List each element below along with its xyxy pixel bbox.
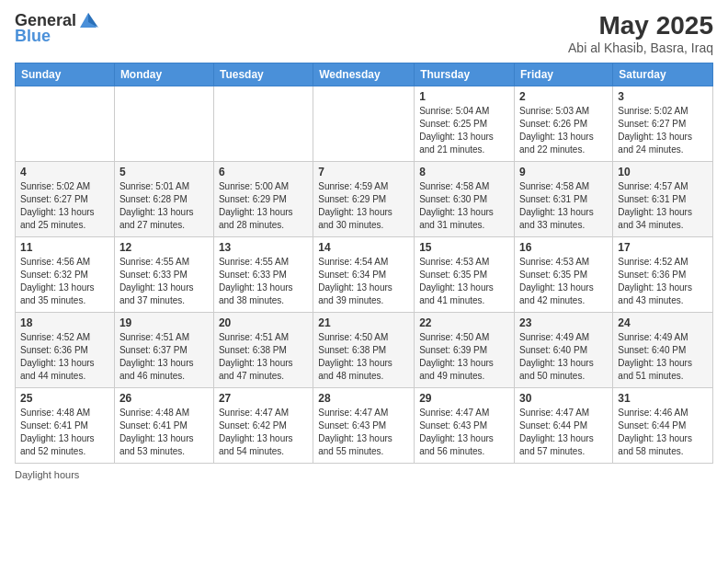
day-number: 29 bbox=[419, 392, 509, 405]
day-cell: 10Sunrise: 4:57 AM Sunset: 6:31 PM Dayli… bbox=[613, 162, 713, 237]
day-number: 20 bbox=[219, 316, 308, 329]
week-row-1: 1Sunrise: 5:04 AM Sunset: 6:25 PM Daylig… bbox=[16, 86, 713, 162]
day-info: Sunrise: 4:51 AM Sunset: 6:38 PM Dayligh… bbox=[219, 331, 308, 383]
week-row-2: 4Sunrise: 5:02 AM Sunset: 6:27 PM Daylig… bbox=[16, 162, 713, 237]
day-cell: 12Sunrise: 4:55 AM Sunset: 6:33 PM Dayli… bbox=[114, 237, 213, 313]
day-cell: 15Sunrise: 4:53 AM Sunset: 6:35 PM Dayli… bbox=[415, 237, 515, 313]
day-info: Sunrise: 4:58 AM Sunset: 6:31 PM Dayligh… bbox=[519, 180, 608, 232]
day-number: 16 bbox=[519, 241, 608, 254]
day-number: 15 bbox=[419, 241, 509, 254]
day-cell: 7Sunrise: 4:59 AM Sunset: 6:29 PM Daylig… bbox=[313, 162, 415, 237]
day-info: Sunrise: 4:54 AM Sunset: 6:34 PM Dayligh… bbox=[318, 256, 409, 307]
col-header-thursday: Thursday bbox=[415, 63, 515, 86]
day-number: 22 bbox=[419, 316, 509, 329]
day-info: Sunrise: 4:49 AM Sunset: 6:40 PM Dayligh… bbox=[618, 331, 708, 383]
day-number: 14 bbox=[318, 241, 409, 254]
day-cell: 13Sunrise: 4:55 AM Sunset: 6:33 PM Dayli… bbox=[213, 237, 313, 313]
footer-note: Daylight hours bbox=[15, 469, 713, 480]
day-cell: 24Sunrise: 4:49 AM Sunset: 6:40 PM Dayli… bbox=[613, 313, 713, 388]
day-cell: 8Sunrise: 4:58 AM Sunset: 6:30 PM Daylig… bbox=[415, 162, 515, 237]
day-info: Sunrise: 4:52 AM Sunset: 6:36 PM Dayligh… bbox=[618, 256, 708, 307]
day-cell: 28Sunrise: 4:47 AM Sunset: 6:43 PM Dayli… bbox=[313, 388, 415, 464]
day-number: 25 bbox=[20, 392, 109, 405]
day-info: Sunrise: 4:50 AM Sunset: 6:39 PM Dayligh… bbox=[419, 331, 509, 383]
day-number: 3 bbox=[618, 90, 708, 103]
title-block: May 2025 Abi al Khasib, Basra, Iraq bbox=[568, 11, 713, 55]
day-number: 28 bbox=[318, 392, 409, 405]
day-number: 23 bbox=[519, 316, 608, 329]
day-info: Sunrise: 5:02 AM Sunset: 6:27 PM Dayligh… bbox=[618, 105, 708, 156]
day-cell: 30Sunrise: 4:47 AM Sunset: 6:44 PM Dayli… bbox=[515, 388, 613, 464]
day-info: Sunrise: 4:50 AM Sunset: 6:38 PM Dayligh… bbox=[318, 331, 409, 383]
col-header-friday: Friday bbox=[515, 63, 613, 86]
day-cell: 2Sunrise: 5:03 AM Sunset: 6:26 PM Daylig… bbox=[515, 86, 613, 162]
day-cell: 22Sunrise: 4:50 AM Sunset: 6:39 PM Dayli… bbox=[415, 313, 515, 388]
week-row-3: 11Sunrise: 4:56 AM Sunset: 6:32 PM Dayli… bbox=[16, 237, 713, 313]
day-cell: 11Sunrise: 4:56 AM Sunset: 6:32 PM Dayli… bbox=[16, 237, 115, 313]
day-info: Sunrise: 4:48 AM Sunset: 6:41 PM Dayligh… bbox=[119, 407, 209, 458]
day-info: Sunrise: 4:59 AM Sunset: 6:29 PM Dayligh… bbox=[318, 180, 409, 232]
day-cell: 14Sunrise: 4:54 AM Sunset: 6:34 PM Dayli… bbox=[313, 237, 415, 313]
day-number: 31 bbox=[618, 392, 708, 405]
day-info: Sunrise: 4:46 AM Sunset: 6:44 PM Dayligh… bbox=[618, 407, 708, 458]
day-info: Sunrise: 4:55 AM Sunset: 6:33 PM Dayligh… bbox=[219, 256, 308, 307]
day-cell: 27Sunrise: 4:47 AM Sunset: 6:42 PM Dayli… bbox=[213, 388, 313, 464]
calendar-table: SundayMondayTuesdayWednesdayThursdayFrid… bbox=[15, 63, 713, 464]
day-cell: 26Sunrise: 4:48 AM Sunset: 6:41 PM Dayli… bbox=[114, 388, 213, 464]
day-cell bbox=[114, 86, 213, 162]
day-info: Sunrise: 4:53 AM Sunset: 6:35 PM Dayligh… bbox=[519, 256, 608, 307]
day-info: Sunrise: 4:47 AM Sunset: 6:43 PM Dayligh… bbox=[419, 407, 509, 458]
day-info: Sunrise: 4:47 AM Sunset: 6:42 PM Dayligh… bbox=[219, 407, 308, 458]
day-cell: 20Sunrise: 4:51 AM Sunset: 6:38 PM Dayli… bbox=[213, 313, 313, 388]
day-cell: 18Sunrise: 4:52 AM Sunset: 6:36 PM Dayli… bbox=[16, 313, 115, 388]
day-number: 17 bbox=[618, 241, 708, 254]
day-cell: 31Sunrise: 4:46 AM Sunset: 6:44 PM Dayli… bbox=[613, 388, 713, 464]
day-cell: 25Sunrise: 4:48 AM Sunset: 6:41 PM Dayli… bbox=[16, 388, 115, 464]
day-cell: 6Sunrise: 5:00 AM Sunset: 6:29 PM Daylig… bbox=[213, 162, 313, 237]
logo-blue: Blue bbox=[15, 28, 51, 46]
day-cell bbox=[213, 86, 313, 162]
day-number: 4 bbox=[20, 166, 109, 178]
day-info: Sunrise: 4:57 AM Sunset: 6:31 PM Dayligh… bbox=[618, 180, 708, 232]
day-cell: 5Sunrise: 5:01 AM Sunset: 6:28 PM Daylig… bbox=[114, 162, 213, 237]
day-number: 7 bbox=[318, 166, 409, 178]
day-info: Sunrise: 4:49 AM Sunset: 6:40 PM Dayligh… bbox=[519, 331, 608, 383]
day-number: 11 bbox=[20, 241, 109, 254]
day-number: 8 bbox=[419, 166, 509, 178]
day-cell: 9Sunrise: 4:58 AM Sunset: 6:31 PM Daylig… bbox=[515, 162, 613, 237]
day-cell bbox=[313, 86, 415, 162]
day-info: Sunrise: 4:51 AM Sunset: 6:37 PM Dayligh… bbox=[119, 331, 209, 383]
day-number: 12 bbox=[119, 241, 209, 254]
day-info: Sunrise: 4:47 AM Sunset: 6:44 PM Dayligh… bbox=[519, 407, 608, 458]
col-header-tuesday: Tuesday bbox=[213, 63, 313, 86]
day-cell: 16Sunrise: 4:53 AM Sunset: 6:35 PM Dayli… bbox=[515, 237, 613, 313]
main-title: May 2025 bbox=[568, 11, 713, 40]
day-number: 26 bbox=[119, 392, 209, 405]
day-number: 6 bbox=[219, 166, 308, 178]
col-header-monday: Monday bbox=[114, 63, 213, 86]
day-info: Sunrise: 4:48 AM Sunset: 6:41 PM Dayligh… bbox=[20, 407, 109, 458]
day-cell: 23Sunrise: 4:49 AM Sunset: 6:40 PM Dayli… bbox=[515, 313, 613, 388]
day-info: Sunrise: 5:03 AM Sunset: 6:26 PM Dayligh… bbox=[519, 105, 608, 156]
day-number: 1 bbox=[419, 90, 509, 103]
page: General Blue May 2025 Abi al Khasib, Bas… bbox=[0, 0, 728, 563]
header: General Blue May 2025 Abi al Khasib, Bas… bbox=[15, 11, 713, 55]
day-number: 21 bbox=[318, 316, 409, 329]
day-info: Sunrise: 4:52 AM Sunset: 6:36 PM Dayligh… bbox=[20, 331, 109, 383]
day-cell: 29Sunrise: 4:47 AM Sunset: 6:43 PM Dayli… bbox=[415, 388, 515, 464]
day-info: Sunrise: 4:55 AM Sunset: 6:33 PM Dayligh… bbox=[119, 256, 209, 307]
day-number: 24 bbox=[618, 316, 708, 329]
day-cell: 19Sunrise: 4:51 AM Sunset: 6:37 PM Dayli… bbox=[114, 313, 213, 388]
col-header-saturday: Saturday bbox=[613, 63, 713, 86]
day-info: Sunrise: 4:47 AM Sunset: 6:43 PM Dayligh… bbox=[318, 407, 409, 458]
day-number: 5 bbox=[119, 166, 209, 178]
day-number: 2 bbox=[519, 90, 608, 103]
day-info: Sunrise: 5:02 AM Sunset: 6:27 PM Dayligh… bbox=[20, 180, 109, 232]
day-number: 9 bbox=[519, 166, 608, 178]
subtitle: Abi al Khasib, Basra, Iraq bbox=[568, 40, 713, 55]
day-info: Sunrise: 5:04 AM Sunset: 6:25 PM Dayligh… bbox=[419, 105, 509, 156]
day-info: Sunrise: 5:01 AM Sunset: 6:28 PM Dayligh… bbox=[119, 180, 209, 232]
day-number: 27 bbox=[219, 392, 308, 405]
day-cell: 17Sunrise: 4:52 AM Sunset: 6:36 PM Dayli… bbox=[613, 237, 713, 313]
day-cell: 3Sunrise: 5:02 AM Sunset: 6:27 PM Daylig… bbox=[613, 86, 713, 162]
